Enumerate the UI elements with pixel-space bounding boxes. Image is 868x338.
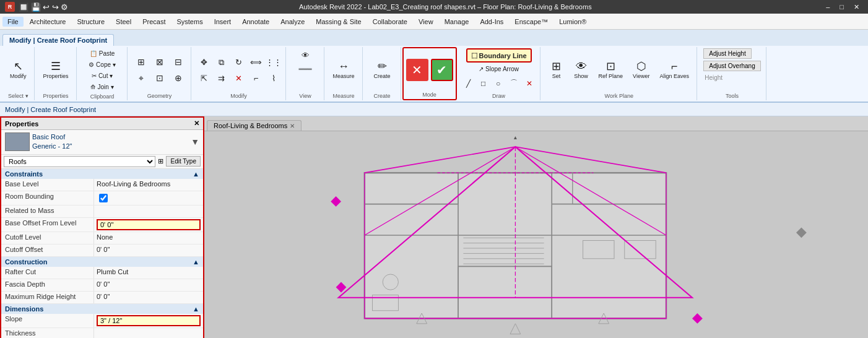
split-button[interactable]: ⌇ <box>266 71 282 85</box>
menu-file[interactable]: File <box>2 17 24 27</box>
set-button[interactable]: ⊞ Set <box>545 58 568 82</box>
dimensions-section-header[interactable]: Dimensions ▲ <box>1 304 203 314</box>
fascia-depth-label: Fascia Depth <box>1 279 94 291</box>
geo-btn-6[interactable]: ⊕ <box>170 71 187 86</box>
window-title: Autodesk Revit 2022 - Lab02_E3_Creating … <box>68 3 822 11</box>
geo-btn-5[interactable]: ⊡ <box>151 71 168 86</box>
title-bar-left: R 🔲 💾 ↩ ↪ ⚙ <box>5 2 68 12</box>
cope-button[interactable]: ⚙ Cope ▾ <box>85 59 119 70</box>
slope-arrow-button[interactable]: ↗ Slope Arrow <box>475 64 523 74</box>
room-bounding-label: Room Bounding <box>1 191 94 205</box>
array-button[interactable]: ⋮⋮ <box>266 55 282 70</box>
menu-systems[interactable]: Systems <box>171 17 207 27</box>
ribbon-group-view: 👁 ═══ View <box>287 47 324 100</box>
element-type-select[interactable]: Roofs <box>4 156 155 167</box>
menu-massing[interactable]: Massing & Site <box>311 17 366 27</box>
finish-edit-button[interactable]: ✔ <box>431 59 453 81</box>
mirror-button[interactable]: ⟺ <box>248 55 264 70</box>
boundary-line-icon: ⬚ <box>471 51 477 59</box>
menu-insert[interactable]: Insert <box>209 17 237 27</box>
constraints-section-header[interactable]: Constraints ▲ <box>1 169 203 179</box>
slope-value[interactable] <box>94 314 203 327</box>
menu-enscape[interactable]: Enscape™ <box>510 17 553 27</box>
ref-plane-button[interactable]: ⊡ Ref Plane <box>595 58 627 82</box>
paste-icon: 📋 <box>90 50 97 57</box>
adjust-height-button[interactable]: Adjust Height <box>703 48 751 59</box>
create-label: Create <box>374 73 391 79</box>
quick-access-toolbar[interactable]: 🔲 💾 ↩ ↪ ⚙ <box>19 2 68 12</box>
offset-button[interactable]: ⇉ <box>214 71 230 85</box>
ribbon-tabs: Modify | Create Roof Footprint <box>0 30 868 46</box>
properties-button[interactable]: ☰ Properties <box>40 58 72 82</box>
slope-input[interactable] <box>97 315 201 326</box>
type-icon <box>5 132 30 151</box>
menu-addins[interactable]: Add-Ins <box>475 17 508 27</box>
geo-btn-3[interactable]: ⊟ <box>170 54 187 69</box>
type-name-line2: Generic - 12" <box>32 142 188 151</box>
scale-button[interactable]: ⇱ <box>196 71 212 85</box>
measure-btn[interactable]: ↔ Measure <box>329 58 358 82</box>
geo-btn-4[interactable]: ⌖ <box>132 71 150 86</box>
type-dropdown-arrow[interactable]: ▼ <box>191 137 199 147</box>
viewer-button[interactable]: ⬡ Viewer <box>629 58 653 82</box>
boundary-line-button[interactable]: ⬚ Boundary Line <box>466 48 532 63</box>
base-offset-value[interactable] <box>94 218 203 232</box>
room-bounding-checkbox[interactable] <box>99 194 108 202</box>
type-name: Basic Roof Generic - 12" <box>32 132 188 152</box>
menu-steel[interactable]: Steel <box>111 17 136 27</box>
cut-button[interactable]: ✂ Cut ▾ <box>88 71 116 81</box>
cutoff-level-row: Cutoff Level None <box>1 232 203 245</box>
show-button[interactable]: 👁 Show <box>570 58 592 82</box>
max-ridge-height-row: Maximum Ridge Height 0' 0" <box>1 292 203 304</box>
trim-button[interactable]: ⌐ <box>248 71 264 85</box>
max-ridge-height-label: Maximum Ridge Height <box>1 292 94 303</box>
geo-btn-1[interactable]: ⊞ <box>132 54 150 69</box>
draw-line-btn[interactable]: ╱ <box>462 77 475 90</box>
draw-x-btn[interactable]: ✕ <box>523 77 536 90</box>
ribbon-group-mode: ✕ ✔ Mode <box>402 47 457 100</box>
align-eaves-button[interactable]: ⌐ Align Eaves <box>656 58 693 82</box>
menu-structure[interactable]: Structure <box>72 17 110 27</box>
breadcrumb-bar: Modify | Create Roof Footprint <box>0 103 868 116</box>
window-controls[interactable]: – □ ✕ <box>822 3 863 11</box>
join-button[interactable]: ⟰ Join ▾ <box>87 82 117 92</box>
base-offset-input[interactable] <box>97 219 201 230</box>
canvas-tab-close[interactable]: ✕ <box>290 123 295 129</box>
delete-button[interactable]: ✕ <box>231 71 247 85</box>
menu-view[interactable]: View <box>414 17 438 27</box>
draw-group-label: Draw <box>492 92 505 99</box>
modify-button[interactable]: ↖ Modify <box>6 58 30 82</box>
modify-icon: ↖ <box>14 61 23 72</box>
draw-circle-btn[interactable]: ○ <box>492 77 505 90</box>
menu-collaborate[interactable]: Collaborate <box>368 17 412 27</box>
base-level-value: Roof-Living & Bedrooms <box>94 179 203 191</box>
slope-arrow-row: ↗ Slope Arrow <box>475 64 523 74</box>
menu-lumion[interactable]: Lumion® <box>554 17 591 27</box>
properties-close-btn[interactable]: ✕ <box>194 119 199 128</box>
geo-btn-2[interactable]: ⊠ <box>151 54 168 69</box>
rotate-button[interactable]: ↻ <box>231 55 247 70</box>
copy-button[interactable]: ⧉ <box>214 55 230 70</box>
menu-precast[interactable]: Precast <box>137 17 170 27</box>
workplane-group-content: ⊞ Set 👁 Show ⊡ Ref Plane ⬡ Viewer ⌐ A <box>545 48 693 92</box>
thin-lines-btn[interactable]: ═══ <box>295 64 315 74</box>
paste-button[interactable]: 📋 Paste <box>86 48 119 59</box>
create-btn[interactable]: ✏ Create <box>370 58 394 82</box>
menu-architecture[interactable]: Architecture <box>25 17 71 27</box>
edit-type-icon[interactable]: ⊞ <box>158 157 163 165</box>
cancel-edit-button[interactable]: ✕ <box>406 59 428 81</box>
cope-icon: ⚙ <box>89 61 94 68</box>
construction-section-header[interactable]: Construction ▲ <box>1 257 203 267</box>
edit-type-button[interactable]: Edit Type <box>166 156 201 167</box>
menu-analyze[interactable]: Analyze <box>276 17 310 27</box>
menu-manage[interactable]: Manage <box>440 17 474 27</box>
view-btn[interactable]: 👁 <box>297 48 314 63</box>
clipboard-group-content: 📋 Paste ⚙ Cope ▾ ✂ Cut ▾ ⟰ Join ▾ <box>85 48 119 92</box>
move-button[interactable]: ✥ <box>196 55 212 70</box>
draw-arc-btn[interactable]: ⌒ <box>506 76 521 91</box>
draw-rect-btn[interactable]: □ <box>477 77 490 90</box>
adjust-overhang-button[interactable]: Adjust Overhang <box>703 61 761 71</box>
menu-annotate[interactable]: Annotate <box>237 17 274 27</box>
ribbon-tab-modify-create-roof[interactable]: Modify | Create Roof Footprint <box>2 34 114 46</box>
canvas-tab-roof[interactable]: Roof-Living & Bedrooms ✕ <box>207 120 302 131</box>
